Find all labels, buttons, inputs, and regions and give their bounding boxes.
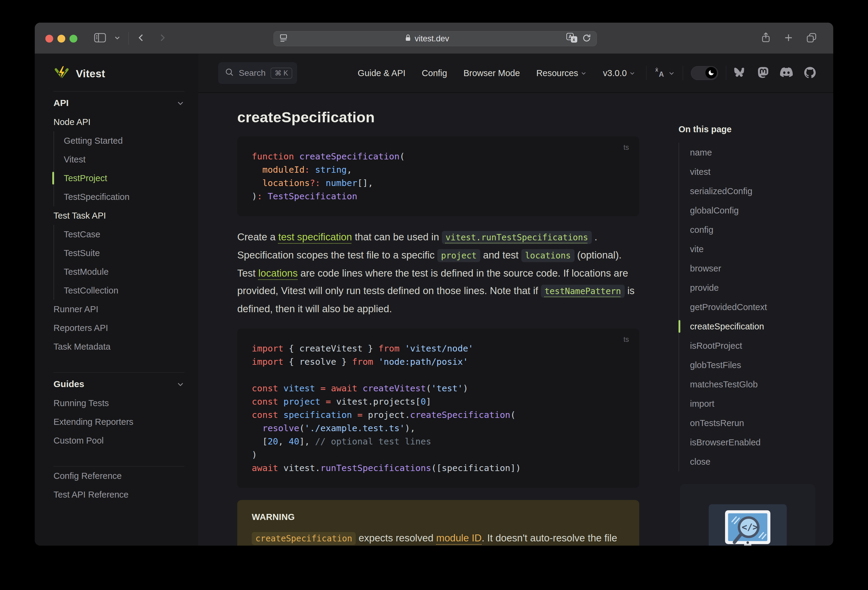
sidebar-item-vitest[interactable]: Vitest	[64, 150, 185, 169]
bluesky-icon[interactable]	[734, 67, 746, 79]
on-this-page-aside: On this page namevitestserializedConfigg…	[679, 93, 833, 471]
inline-text-project: project	[437, 249, 480, 262]
outline-item-vitest[interactable]: vitest	[690, 162, 833, 181]
outline-item-ontestsrerun[interactable]: onTestsRerun	[690, 413, 833, 433]
code-line: function createSpecification(	[252, 150, 625, 163]
inline-text-expects-resolved: expects resolved	[356, 532, 436, 543]
outline-item-isbrowserenabled[interactable]: isBrowserEnabled	[690, 433, 833, 452]
code-line: moduleId: string,	[252, 163, 625, 177]
discord-icon[interactable]	[780, 67, 793, 79]
sidebar-subgroup: TestCaseTestSuiteTestModuleTestCollectio…	[53, 225, 185, 300]
minimize-window-button[interactable]	[58, 35, 65, 43]
code-line: ): TestSpecification	[252, 190, 625, 203]
inline-text-locations: locations	[521, 249, 574, 262]
sidebar-item-testcollection[interactable]: TestCollection	[64, 281, 185, 300]
vitest-logo[interactable]: Vitest	[53, 64, 185, 83]
address-bar[interactable]: vitest.dev Aẋ	[273, 31, 597, 46]
navbar-divider	[646, 66, 647, 80]
outline-item-globtestfiles[interactable]: globTestFiles	[690, 355, 833, 375]
back-icon[interactable]	[137, 32, 146, 44]
sidebar-item-custom-pool[interactable]: Custom Pool	[53, 431, 185, 450]
url-text: vitest.dev	[415, 34, 449, 44]
share-icon[interactable]	[761, 32, 771, 45]
chevron-down-icon[interactable]	[114, 34, 121, 42]
sidebar-item-testcase[interactable]: TestCase	[64, 225, 185, 244]
chevron-down-icon	[668, 70, 675, 77]
mastodon-icon[interactable]	[758, 67, 769, 79]
svg-text:ẋ: ẋ	[655, 67, 658, 73]
outline-item-serializedconfig[interactable]: serializedConfig	[690, 181, 833, 201]
search-button[interactable]: Search ⌘ K	[218, 62, 297, 84]
sponsor-card[interactable]: </>	[680, 484, 815, 546]
sidebar-toggle-icon[interactable]	[94, 32, 106, 44]
nav-link-browser-mode[interactable]: Browser Mode	[463, 68, 520, 78]
outline-item-provide[interactable]: provide	[690, 278, 833, 297]
inline-link-testnamepattern[interactable]: testNamePattern	[541, 285, 625, 298]
code-line: import { resolve } from 'node:path/posix…	[252, 355, 625, 368]
sidebar-item-task-metadata[interactable]: Task Metadata	[53, 337, 185, 356]
sponsor-illustration: </>	[709, 504, 787, 546]
outline-item-name[interactable]: name	[690, 143, 833, 162]
outline-item-matchestestglob[interactable]: matchesTestGlob	[690, 375, 833, 394]
nav-link-resources[interactable]: Resources	[536, 68, 587, 78]
search-kbd: ⌘ K	[270, 68, 292, 79]
sidebar-item-test-api-reference[interactable]: Test API Reference	[53, 485, 185, 504]
reload-icon[interactable]	[582, 34, 591, 44]
sidebar-subgroup: Getting StartedVitestTestProjectTestSpec…	[53, 131, 185, 206]
code-search-monitor-icon: </>	[717, 509, 778, 546]
sidebar-item-runner-api[interactable]: Runner API	[53, 300, 185, 319]
sidebar-item-node-api[interactable]: Node API	[53, 113, 185, 131]
outline-item-import[interactable]: import	[690, 394, 833, 413]
sidebar-item-reporters-api[interactable]: Reporters API	[53, 319, 185, 337]
sidebar-group-api[interactable]: API	[53, 93, 185, 113]
sidebar-item-testspecification[interactable]: TestSpecification	[64, 187, 185, 206]
sidebar-group-guides[interactable]: Guides	[53, 374, 185, 394]
new-tab-icon[interactable]	[784, 33, 793, 44]
sidebar-item-getting-started[interactable]: Getting Started	[64, 131, 185, 150]
code-line: resolve('./example.test.ts'),	[252, 422, 625, 435]
theme-toggle[interactable]	[691, 66, 718, 80]
top-navbar: Search ⌘ K Guide & APIConfigBrowser Mode…	[198, 54, 833, 93]
forward-icon[interactable]	[158, 32, 167, 44]
nav-link-v3-0-0[interactable]: v3.0.0	[603, 68, 635, 78]
sidebar-item-extending-reporters[interactable]: Extending Reporters	[53, 412, 185, 431]
inline-link-vitest-runtestspecifications[interactable]: vitest.runTestSpecifications	[442, 231, 592, 244]
outline-item-globalconfig[interactable]: globalConfig	[690, 201, 833, 220]
sidebar-item-config-reference[interactable]: Config Reference	[53, 466, 185, 485]
code-line: )	[252, 448, 625, 461]
outline-item-getprovidedcontext[interactable]: getProvidedContext	[690, 297, 833, 317]
outline-item-close[interactable]: close	[690, 452, 833, 471]
sidebar-item-testproject[interactable]: TestProject	[64, 169, 185, 187]
zoom-window-button[interactable]	[69, 35, 77, 43]
browser-titlebar: vitest.dev Aẋ	[35, 23, 833, 54]
inline-link-locations[interactable]: locations	[258, 268, 298, 279]
close-window-button[interactable]	[45, 35, 53, 43]
inline-text-that-can-be-used-in: that can be used in	[352, 231, 442, 243]
inline-text-create-a: Create a	[237, 231, 278, 243]
translate-icon[interactable]: Aẋ	[566, 33, 578, 44]
sidebar-item-test-task-api[interactable]: Test Task API	[53, 206, 185, 225]
outline-list: namevitestserializedConfigglobalConfigco…	[679, 143, 833, 471]
sidebar-item-testsuite[interactable]: TestSuite	[64, 244, 185, 262]
github-icon[interactable]	[804, 67, 816, 79]
inline-link-test-specification[interactable]: test specification	[278, 231, 352, 243]
inline-link-module-id[interactable]: module ID	[436, 532, 481, 543]
lock-icon	[405, 34, 411, 44]
code-lang-label: ts	[623, 141, 629, 154]
outline-item-config[interactable]: config	[690, 220, 833, 240]
nav-link-config[interactable]: Config	[422, 68, 447, 78]
sidebar-group-title: API	[53, 98, 69, 108]
tab-overview-icon[interactable]	[806, 32, 818, 44]
outline-item-isrootproject[interactable]: isRootProject	[690, 336, 833, 355]
code-line: [20, 40], // optional test lines	[252, 435, 625, 448]
language-menu[interactable]: ẋA	[654, 67, 675, 79]
outline-item-createspecification[interactable]: createSpecification	[690, 317, 833, 336]
nav-link-guide-api[interactable]: Guide & API	[358, 68, 406, 78]
inline-text-createspecification: createSpecification	[252, 532, 356, 545]
sidebar-item-running-tests[interactable]: Running Tests	[53, 394, 185, 412]
sidebar-item-testmodule[interactable]: TestModule	[64, 262, 185, 281]
outline-item-vite[interactable]: vite	[690, 240, 833, 259]
outline-item-browser[interactable]: browser	[690, 259, 833, 278]
reader-icon[interactable]	[279, 34, 288, 44]
inline-text-and-test: and test	[480, 249, 521, 260]
